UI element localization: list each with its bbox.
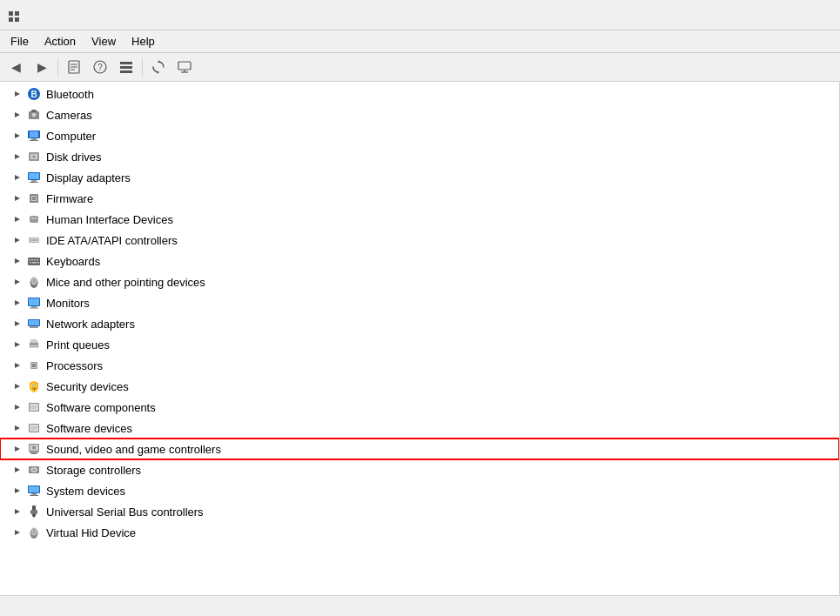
expand-icon-virtual-hid[interactable] bbox=[10, 526, 24, 539]
tree-item-software-components[interactable]: Software components bbox=[0, 397, 839, 418]
device-label-software-devices: Software devices bbox=[46, 422, 132, 435]
expand-icon-bluetooth[interactable] bbox=[10, 87, 24, 101]
tree-item-usb-controllers[interactable]: Universal Serial Bus controllers bbox=[0, 501, 839, 522]
tree-item-network-adapters[interactable]: Network adapters bbox=[0, 313, 839, 334]
expand-icon-security-devices[interactable] bbox=[10, 379, 24, 393]
expand-icon-display-adapters[interactable] bbox=[10, 171, 24, 184]
svg-rect-52 bbox=[28, 258, 40, 265]
device-label-human-interface: Human Interface Devices bbox=[46, 213, 173, 226]
tree-item-security-devices[interactable]: 🔒 Security devices bbox=[0, 376, 839, 397]
device-label-cameras: Cameras bbox=[46, 109, 92, 122]
minimize-button[interactable] bbox=[756, 7, 781, 26]
properties-icon bbox=[66, 59, 82, 75]
tree-item-monitors[interactable]: Monitors bbox=[0, 292, 839, 313]
tree-item-system-devices[interactable]: System devices bbox=[0, 480, 839, 501]
expand-icon-ide-atapi[interactable] bbox=[10, 233, 24, 247]
expand-icon-software-devices[interactable] bbox=[10, 421, 24, 435]
svg-marker-82 bbox=[15, 384, 20, 389]
tree-item-mice[interactable]: Mice and other pointing devices bbox=[0, 271, 839, 292]
computer-button[interactable] bbox=[172, 56, 197, 78]
svg-rect-106 bbox=[29, 486, 39, 492]
tree-item-print-queues[interactable]: Print queues bbox=[0, 334, 839, 355]
svg-rect-54 bbox=[31, 259, 33, 261]
tree-item-storage-controllers[interactable]: Storage controllers bbox=[0, 459, 839, 480]
svg-marker-64 bbox=[15, 300, 20, 305]
menu-file[interactable]: File bbox=[3, 32, 36, 50]
expand-icon-human-interface[interactable] bbox=[10, 212, 24, 226]
tree-item-sound-video[interactable]: Sound, video and game controllers bbox=[0, 439, 839, 459]
device-icon-software-devices bbox=[26, 420, 42, 436]
tree-item-software-devices[interactable]: Software devices bbox=[0, 418, 839, 439]
device-label-firmware: Firmware bbox=[46, 192, 93, 205]
svg-rect-75 bbox=[30, 339, 37, 343]
svg-rect-74 bbox=[30, 342, 38, 348]
svg-marker-109 bbox=[15, 509, 20, 514]
device-icon-mice bbox=[26, 274, 42, 290]
menu-view[interactable]: View bbox=[84, 32, 123, 50]
svg-text:🔒: 🔒 bbox=[30, 383, 38, 391]
tree-item-bluetooth[interactable]: B Bluetooth bbox=[0, 84, 839, 104]
expand-icon-firmware[interactable] bbox=[10, 191, 24, 205]
svg-marker-39 bbox=[15, 196, 20, 201]
svg-rect-42 bbox=[32, 197, 36, 200]
expand-icon-storage-controllers[interactable] bbox=[10, 463, 24, 477]
menu-help[interactable]: Help bbox=[124, 32, 162, 50]
svg-marker-69 bbox=[15, 321, 20, 326]
toolbar-separator-2 bbox=[142, 57, 143, 77]
svg-marker-73 bbox=[15, 342, 20, 347]
device-label-processors: Processors bbox=[46, 359, 103, 372]
properties-button[interactable] bbox=[62, 56, 86, 78]
help-button[interactable]: ? bbox=[88, 56, 112, 78]
svg-marker-13 bbox=[158, 60, 161, 63]
expand-icon-network-adapters[interactable] bbox=[10, 317, 24, 331]
svg-rect-107 bbox=[31, 493, 37, 495]
expand-icon-software-components[interactable] bbox=[10, 400, 24, 414]
device-icon-virtual-hid bbox=[26, 525, 42, 540]
expand-icon-usb-controllers[interactable] bbox=[10, 505, 24, 519]
tree-item-virtual-hid[interactable]: Virtual Hid Device bbox=[0, 522, 839, 543]
expand-icon-sound-video[interactable] bbox=[10, 442, 24, 456]
tree-item-display-adapters[interactable]: Display adapters bbox=[0, 167, 839, 188]
expand-icon-computer[interactable] bbox=[10, 129, 24, 143]
expand-icon-cameras[interactable] bbox=[10, 108, 24, 122]
device-label-virtual-hid: Virtual Hid Device bbox=[46, 526, 136, 539]
tree-item-disk-drives[interactable]: Disk drives bbox=[0, 146, 839, 167]
tree-item-processors[interactable]: Processors bbox=[0, 355, 839, 376]
expand-icon-monitors[interactable] bbox=[10, 296, 24, 310]
tree-item-computer[interactable]: Computer bbox=[0, 125, 839, 146]
device-icon-sound-video bbox=[26, 441, 42, 457]
menu-action[interactable]: Action bbox=[37, 32, 83, 50]
expand-icon-system-devices[interactable] bbox=[10, 484, 24, 498]
status-bar bbox=[0, 595, 840, 616]
expand-icon-disk-drives[interactable] bbox=[10, 150, 24, 164]
tree-item-keyboards[interactable]: Keyboards bbox=[0, 251, 839, 271]
device-label-print-queues: Print queues bbox=[46, 338, 110, 352]
svg-marker-113 bbox=[15, 530, 20, 535]
tree-item-ide-atapi[interactable]: IDE ATA/ATAPI controllers bbox=[0, 230, 839, 251]
forward-button[interactable]: ▶ bbox=[30, 56, 54, 78]
device-tree[interactable]: B Bluetooth Cameras Computer bbox=[0, 82, 840, 595]
back-button[interactable]: ◀ bbox=[3, 56, 28, 78]
svg-marker-84 bbox=[15, 405, 20, 410]
svg-marker-89 bbox=[15, 425, 20, 431]
tree-item-human-interface[interactable]: Human Interface Devices bbox=[0, 209, 839, 230]
expand-icon-processors[interactable] bbox=[10, 358, 24, 372]
expand-icon-mice[interactable] bbox=[10, 275, 24, 289]
svg-point-112 bbox=[33, 515, 36, 518]
tree-item-firmware[interactable]: Firmware bbox=[0, 188, 839, 209]
toolbar: ◀ ▶ ? bbox=[0, 53, 840, 82]
collapse-button[interactable] bbox=[114, 56, 138, 78]
svg-rect-45 bbox=[31, 218, 34, 219]
svg-marker-60 bbox=[15, 279, 20, 285]
expand-icon-keyboards[interactable] bbox=[10, 254, 24, 268]
refresh-icon bbox=[151, 59, 166, 75]
svg-marker-34 bbox=[15, 175, 20, 180]
svg-rect-12 bbox=[120, 70, 132, 73]
refresh-button[interactable] bbox=[146, 56, 171, 78]
close-button[interactable] bbox=[809, 7, 833, 26]
tree-item-cameras[interactable]: Cameras bbox=[0, 104, 839, 125]
expand-icon-print-queues[interactable] bbox=[10, 338, 24, 352]
device-icon-bluetooth: B bbox=[26, 86, 42, 102]
maximize-button[interactable] bbox=[783, 7, 807, 26]
svg-point-97 bbox=[32, 446, 36, 450]
